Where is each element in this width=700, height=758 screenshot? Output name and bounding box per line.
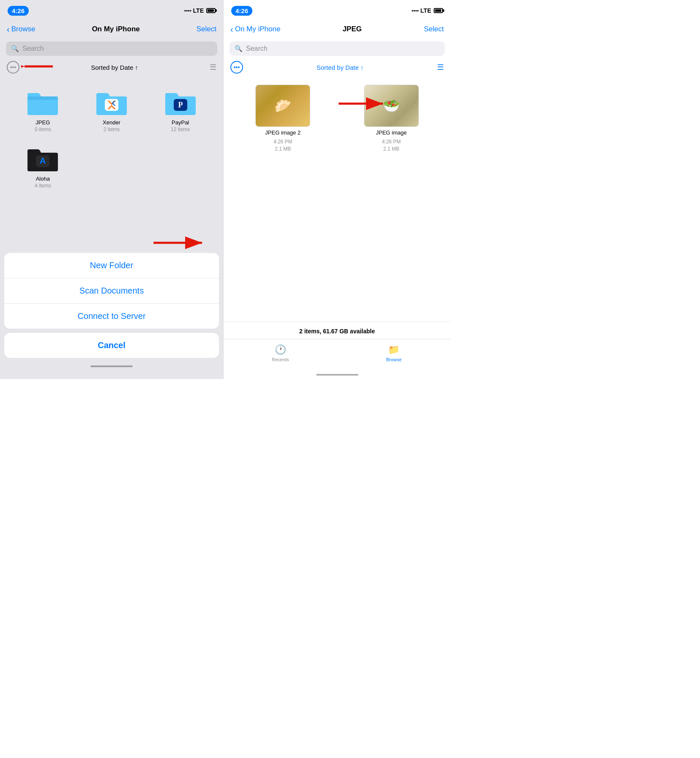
left-back-label: Browse xyxy=(11,25,36,33)
left-home-bar xyxy=(90,365,133,367)
left-sort-label: Sorted by Date xyxy=(91,64,133,71)
left-search-icon: 🔍 xyxy=(11,45,19,52)
right-back-chevron-icon: ‹ xyxy=(230,25,233,33)
right-select-button[interactable]: Select xyxy=(424,25,444,33)
left-list-view-button[interactable]: ☰ xyxy=(210,63,216,72)
jpeg-red-arrow xyxy=(336,97,387,110)
left-status-time-container: 4:26 xyxy=(8,6,29,16)
right-battery-icon xyxy=(434,8,443,13)
left-red-arrow xyxy=(21,60,55,73)
left-status-right: ▪▪▪▪ LTE xyxy=(184,7,216,14)
file-item-jpeg-wrapper: 🥗 JPEG image 4:26 PM2.1 MB xyxy=(341,85,443,315)
right-sort-direction-icon: ↑ xyxy=(361,64,364,71)
file-thumb-jpeg2: 🥟 xyxy=(255,85,310,127)
right-toolbar-row: ••• Sorted by Date ↑ ☰ xyxy=(224,59,451,78)
left-nav-bar: ‹ Browse On My iPhone Select xyxy=(0,19,223,40)
folder-count-paypal: 12 items xyxy=(171,126,190,132)
left-sort-direction-icon: ↑ xyxy=(135,64,138,71)
right-signal-bars-icon: ▪▪▪▪ xyxy=(412,8,419,14)
cancel-label: Cancel xyxy=(98,341,126,350)
file-item-jpeg2[interactable]: 🥟 JPEG image 2 4:26 PM2.1 MB xyxy=(232,85,334,315)
left-more-options-button[interactable]: ••• xyxy=(7,61,19,74)
folder-count-aloha: 4 items xyxy=(35,183,51,189)
svg-text:P: P xyxy=(178,101,183,109)
folder-name-xender: Xender xyxy=(103,119,120,126)
left-search-bar[interactable]: 🔍 Search xyxy=(6,41,217,56)
left-list-icon: ☰ xyxy=(210,63,216,71)
right-more-options-button[interactable]: ••• xyxy=(230,61,243,74)
left-toolbar-left: ••• xyxy=(7,61,19,74)
right-search-icon: 🔍 xyxy=(235,45,243,52)
right-tab-browse[interactable]: 📁 Browse xyxy=(337,343,451,364)
folder-shape-xender xyxy=(95,89,129,116)
left-status-bar: 4:26 ▪▪▪▪ LTE xyxy=(0,0,223,19)
folder-icon-aloha: A xyxy=(26,144,60,173)
left-nav-title: On My iPhone xyxy=(92,25,139,33)
right-home-indicator xyxy=(224,371,451,379)
folder-name-paypal: PayPal xyxy=(172,119,189,126)
left-signal-label: LTE xyxy=(193,7,204,14)
cancel-button[interactable]: Cancel xyxy=(4,333,219,358)
right-tab-recents[interactable]: 🕐 Recents xyxy=(224,343,337,364)
new-folder-red-arrow xyxy=(151,234,211,251)
left-home-indicator xyxy=(4,362,219,371)
folder-shape-paypal: P xyxy=(164,89,197,116)
folder-shape-aloha: A xyxy=(26,145,60,173)
right-home-bar xyxy=(316,374,358,376)
connect-to-server-label: Connect to Server xyxy=(77,311,145,321)
file-meta-jpeg2: 4:26 PM2.1 MB xyxy=(273,138,293,153)
folder-icon-paypal: P xyxy=(164,88,197,117)
folder-item-paypal[interactable]: P PayPal 12 items xyxy=(146,82,215,138)
left-sheet-group: New Folder Scan Documents Connect to Ser… xyxy=(4,253,219,329)
file-thumb-visual-jpeg2: 🥟 xyxy=(256,85,310,126)
right-storage-status: 2 items, 61.67 GB available xyxy=(224,321,451,339)
scan-documents-button[interactable]: Scan Documents xyxy=(4,278,219,304)
right-back-button[interactable]: ‹ On My iPhone xyxy=(230,25,280,33)
left-sort-button[interactable]: Sorted by Date ↑ xyxy=(91,64,138,71)
right-sort-button[interactable]: Sorted by Date ↑ xyxy=(317,64,364,71)
file-name-jpeg: JPEG image xyxy=(376,129,407,136)
file-meta-jpeg: 4:26 PM2.1 MB xyxy=(382,138,401,153)
folder-icon-jpeg xyxy=(26,88,60,117)
right-list-icon: ☰ xyxy=(437,63,444,71)
left-select-button[interactable]: Select xyxy=(197,25,216,33)
file-name-jpeg2: JPEG image 2 xyxy=(265,129,301,136)
right-search-input[interactable]: Search xyxy=(246,45,268,52)
left-signal-bars-icon: ▪▪▪▪ xyxy=(184,8,191,14)
right-sort-label: Sorted by Date xyxy=(317,64,359,71)
left-back-chevron-icon: ‹ xyxy=(7,25,10,33)
left-ellipsis-icon: ••• xyxy=(10,64,16,71)
right-status-right: ▪▪▪▪ LTE xyxy=(412,7,443,14)
scan-documents-label: Scan Documents xyxy=(79,286,144,296)
right-back-label: On My iPhone xyxy=(235,25,281,33)
right-ellipsis-icon: ••• xyxy=(234,64,240,71)
left-search-input[interactable]: Search xyxy=(22,45,44,52)
right-panel: 4:26 ▪▪▪▪ LTE ‹ On My iPhone JPEG Select… xyxy=(223,0,451,379)
right-status-bar: 4:26 ▪▪▪▪ LTE xyxy=(224,0,451,19)
folder-item-jpeg[interactable]: JPEG 0 items xyxy=(8,82,77,138)
right-search-bar[interactable]: 🔍 Search xyxy=(230,41,445,56)
left-panel: 4:26 ▪▪▪▪ LTE ‹ Browse On My iPhone Sele… xyxy=(0,0,223,379)
folder-name-jpeg: JPEG xyxy=(36,119,50,126)
folder-item-aloha[interactable]: A Aloha 4 items xyxy=(8,138,77,195)
right-bottom-bar: 🕐 Recents 📁 Browse xyxy=(224,339,451,371)
right-recents-icon: 🕐 xyxy=(275,344,286,355)
right-status-time: 4:26 xyxy=(231,6,252,16)
svg-rect-2 xyxy=(105,99,118,111)
right-nav-title: JPEG xyxy=(342,25,361,33)
file-item-jpeg[interactable]: 🥗 JPEG image 4:26 PM2.1 MB xyxy=(341,85,443,153)
right-list-view-button[interactable]: ☰ xyxy=(437,63,444,72)
folder-count-jpeg: 0 items xyxy=(35,126,51,132)
left-status-time: 4:26 xyxy=(8,6,29,16)
folder-item-xender[interactable]: Xender 2 items xyxy=(77,82,146,138)
new-folder-label: New Folder xyxy=(90,261,133,270)
left-back-button[interactable]: ‹ Browse xyxy=(7,25,35,33)
connect-to-server-button[interactable]: Connect to Server xyxy=(4,304,219,329)
right-status-time-container: 4:26 xyxy=(231,6,252,16)
right-files-grid: 🥟 JPEG image 2 4:26 PM2.1 MB 🥗 JPEG imag… xyxy=(224,78,451,321)
right-browse-icon: 📁 xyxy=(388,344,399,355)
new-folder-button[interactable]: New Folder xyxy=(4,253,219,278)
right-nav-bar: ‹ On My iPhone JPEG Select xyxy=(224,19,451,40)
folder-count-xender: 2 items xyxy=(104,126,120,132)
left-bottom-sheet: New Folder Scan Documents Connect to Ser… xyxy=(0,234,223,379)
